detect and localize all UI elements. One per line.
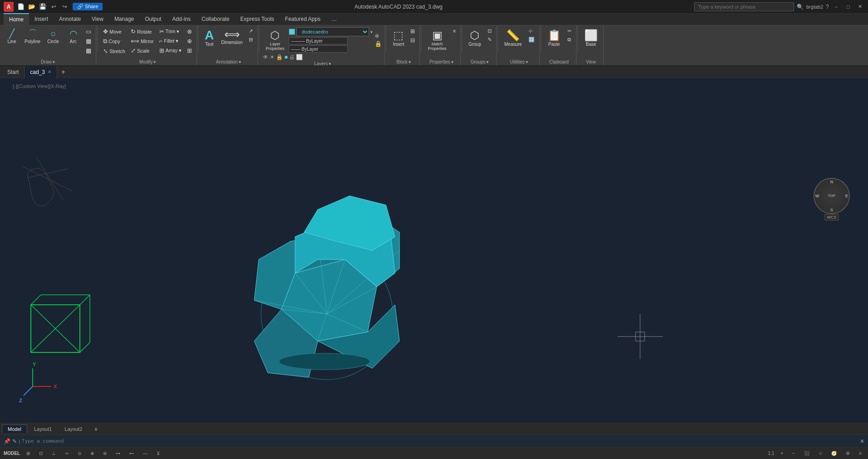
match-properties-button[interactable]: ▣ MatchProperties: [425, 27, 449, 53]
layer-sun-icon[interactable]: ☀: [270, 54, 275, 60]
ducs-button[interactable]: ⊶: [113, 450, 123, 457]
polyline-button[interactable]: ⌒ Polyline: [23, 27, 42, 45]
layers-label[interactable]: Layers ▾: [263, 61, 382, 66]
layer-dropdown[interactable]: dodecaedro: [296, 27, 369, 36]
tab-express[interactable]: Express Tools: [235, 13, 279, 25]
trim-button[interactable]: ✂ Trim ▾: [158, 27, 183, 36]
array-button[interactable]: ⊞ Array ▾: [158, 46, 183, 55]
group-button[interactable]: ⬡ Group: [466, 27, 484, 49]
circle-button[interactable]: ○ Circle: [44, 27, 62, 45]
snap-button[interactable]: ⊡: [36, 450, 45, 457]
layer-freeze-icon[interactable]: ❄: [375, 33, 382, 39]
settings-button[interactable]: ≡: [856, 450, 864, 457]
dimension-button[interactable]: ⟺ Dimension: [218, 27, 245, 47]
create-block-button[interactable]: ⊞: [409, 27, 417, 35]
copyc-button[interactable]: ⧉: [566, 36, 573, 44]
new-layout-button[interactable]: +: [91, 424, 101, 434]
tp-button[interactable]: ⊻: [154, 450, 163, 457]
nav-icon[interactable]: 🧭: [829, 450, 839, 457]
list-button[interactable]: ≡: [451, 27, 458, 34]
otrack-button[interactable]: ⊚: [100, 450, 109, 457]
tab-output[interactable]: Output: [139, 13, 167, 25]
define-attr-button[interactable]: ⊟: [409, 36, 417, 44]
group-edit-button[interactable]: ✎: [486, 36, 493, 44]
properties-label[interactable]: Properties ▾: [425, 59, 457, 64]
tab-addins[interactable]: Add-ins: [167, 13, 196, 25]
search-icon[interactable]: 🔍: [797, 4, 804, 10]
groups-label[interactable]: Groups ▾: [466, 59, 493, 64]
layer-lock-icon2[interactable]: 🔒: [276, 54, 283, 60]
cmd-pin-icon[interactable]: 📌: [4, 438, 10, 444]
cmd-close-icon[interactable]: ✕: [860, 438, 864, 444]
isnap-button[interactable]: ⊙: [75, 450, 84, 457]
new-icon[interactable]: 📄: [16, 2, 25, 11]
command-input[interactable]: [22, 438, 858, 444]
redo-icon[interactable]: ↪: [60, 2, 69, 11]
tab-insert[interactable]: Insert: [29, 13, 54, 25]
tab-featured[interactable]: Featured Apps: [280, 13, 326, 25]
new-tab-button[interactable]: +: [57, 66, 69, 78]
viewport-canvas[interactable]: [-][Custom View][X-Ray]: [0, 78, 868, 423]
close-button[interactable]: ✕: [855, 2, 864, 11]
clipboard-label[interactable]: Clipboard: [545, 59, 573, 64]
tab-home[interactable]: Home: [4, 13, 29, 25]
gradient-button[interactable]: ▩: [84, 46, 93, 55]
tab-cad3-close[interactable]: ✕: [48, 69, 51, 74]
view-label[interactable]: View: [582, 59, 601, 64]
osnap-button[interactable]: ⊕: [88, 450, 97, 457]
layer-vp-icon[interactable]: ⬜: [296, 54, 303, 60]
model-tab[interactable]: Model: [2, 425, 27, 433]
tab-annotate[interactable]: Annotate: [54, 13, 86, 25]
viewport-config[interactable]: ⬛: [801, 450, 812, 457]
tab-start[interactable]: Start: [2, 66, 25, 78]
layer-color-icon[interactable]: ■: [284, 54, 287, 60]
undo-icon[interactable]: ↩: [49, 2, 58, 11]
polar-button[interactable]: ∾: [62, 450, 71, 457]
draw-label[interactable]: Draw ▾: [3, 59, 93, 64]
workspace-icon[interactable]: ⚙: [843, 450, 853, 457]
tab-manage[interactable]: Manage: [109, 13, 139, 25]
layer-properties-button[interactable]: ⬡ LayerProperties: [263, 27, 287, 53]
insert-button[interactable]: ⬚ Insert: [390, 27, 407, 49]
join-button[interactable]: ⊞: [185, 46, 194, 55]
mirror-button[interactable]: ⟺ Mirror: [129, 37, 156, 45]
id-button[interactable]: ⊹: [527, 27, 537, 35]
grid-button[interactable]: ⊞: [24, 450, 33, 457]
zoom-out-button[interactable]: −: [789, 450, 798, 457]
annotation-label[interactable]: Annotation ▾: [202, 59, 255, 64]
lineweight-bar[interactable]: —— ByLayer: [289, 45, 348, 53]
layout1-tab[interactable]: Layout1: [28, 425, 58, 433]
modify-label[interactable]: Modify ▾: [101, 59, 194, 64]
save-icon[interactable]: 💾: [38, 2, 47, 11]
scale-button[interactable]: ⤢ Scale: [129, 46, 156, 55]
fillet-button[interactable]: ⌐ Fillet ▾: [158, 37, 183, 45]
table-button[interactable]: ⊟: [247, 36, 255, 44]
tab-collaborate[interactable]: Collaborate: [196, 13, 235, 25]
calculator-button[interactable]: 🔢: [527, 36, 537, 44]
share-button[interactable]: 🔗 Share: [73, 3, 103, 10]
cmd-settings-icon[interactable]: ✎: [12, 438, 17, 444]
rectangle-button[interactable]: ▭: [84, 27, 93, 36]
lw-button[interactable]: —: [140, 450, 150, 457]
arc-button[interactable]: ◠ Arc: [64, 27, 82, 45]
leaders-button[interactable]: ↗: [247, 27, 255, 35]
ortho-button[interactable]: ⊥: [49, 450, 59, 457]
line-button[interactable]: ╱ Line: [3, 27, 21, 45]
base-button[interactable]: ⬜ Base: [582, 27, 601, 49]
help-icon[interactable]: ?: [826, 4, 829, 10]
block-label[interactable]: Block ▾: [390, 59, 417, 64]
compass-widget[interactable]: N S W E TOP WCS: [814, 178, 850, 214]
zoom-in-button[interactable]: +: [778, 450, 786, 457]
layer-lock-icon[interactable]: 🔒: [375, 40, 382, 47]
erase-button[interactable]: ⊗: [185, 27, 194, 36]
tab-view[interactable]: View: [86, 13, 109, 25]
linetype-bar[interactable]: ——— ByLayer: [289, 37, 348, 44]
maximize-button[interactable]: □: [843, 2, 853, 11]
layer-vis-icon[interactable]: 👁: [263, 54, 268, 60]
measure-button[interactable]: 📏 Measure: [502, 27, 525, 49]
layer-dropdown-arrow[interactable]: ▾: [370, 29, 373, 34]
move-button[interactable]: ✥ Move: [101, 27, 127, 36]
tab-cad3[interactable]: cad_3 ✕: [25, 66, 57, 78]
paste-button[interactable]: 📋 Paste: [545, 27, 564, 49]
copy-button[interactable]: ⧉ Copy: [101, 37, 127, 46]
